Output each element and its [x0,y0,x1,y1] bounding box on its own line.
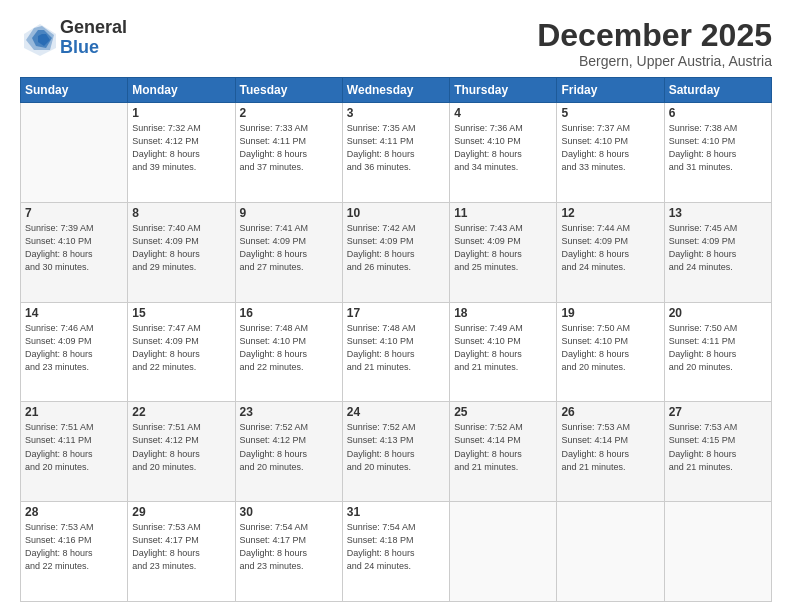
col-thursday: Thursday [450,78,557,103]
calendar-cell: 13Sunrise: 7:45 AM Sunset: 4:09 PM Dayli… [664,202,771,302]
col-tuesday: Tuesday [235,78,342,103]
day-number: 21 [25,405,123,419]
day-info: Sunrise: 7:48 AM Sunset: 4:10 PM Dayligh… [347,322,445,374]
day-info: Sunrise: 7:52 AM Sunset: 4:13 PM Dayligh… [347,421,445,473]
col-saturday: Saturday [664,78,771,103]
day-info: Sunrise: 7:51 AM Sunset: 4:11 PM Dayligh… [25,421,123,473]
logo-blue-text: Blue [60,38,127,58]
calendar-cell: 12Sunrise: 7:44 AM Sunset: 4:09 PM Dayli… [557,202,664,302]
calendar-header-row: Sunday Monday Tuesday Wednesday Thursday… [21,78,772,103]
calendar-cell: 5Sunrise: 7:37 AM Sunset: 4:10 PM Daylig… [557,103,664,203]
day-number: 19 [561,306,659,320]
day-number: 11 [454,206,552,220]
col-friday: Friday [557,78,664,103]
calendar-cell: 28Sunrise: 7:53 AM Sunset: 4:16 PM Dayli… [21,502,128,602]
day-info: Sunrise: 7:50 AM Sunset: 4:10 PM Dayligh… [561,322,659,374]
day-number: 10 [347,206,445,220]
calendar-cell: 23Sunrise: 7:52 AM Sunset: 4:12 PM Dayli… [235,402,342,502]
calendar-cell: 26Sunrise: 7:53 AM Sunset: 4:14 PM Dayli… [557,402,664,502]
day-number: 25 [454,405,552,419]
day-number: 4 [454,106,552,120]
day-info: Sunrise: 7:53 AM Sunset: 4:14 PM Dayligh… [561,421,659,473]
day-number: 14 [25,306,123,320]
calendar-cell: 20Sunrise: 7:50 AM Sunset: 4:11 PM Dayli… [664,302,771,402]
calendar-cell: 27Sunrise: 7:53 AM Sunset: 4:15 PM Dayli… [664,402,771,502]
day-number: 22 [132,405,230,419]
calendar-cell: 2Sunrise: 7:33 AM Sunset: 4:11 PM Daylig… [235,103,342,203]
day-info: Sunrise: 7:33 AM Sunset: 4:11 PM Dayligh… [240,122,338,174]
day-number: 23 [240,405,338,419]
day-info: Sunrise: 7:36 AM Sunset: 4:10 PM Dayligh… [454,122,552,174]
calendar-cell [557,502,664,602]
calendar-cell: 24Sunrise: 7:52 AM Sunset: 4:13 PM Dayli… [342,402,449,502]
day-info: Sunrise: 7:49 AM Sunset: 4:10 PM Dayligh… [454,322,552,374]
day-info: Sunrise: 7:53 AM Sunset: 4:15 PM Dayligh… [669,421,767,473]
day-number: 15 [132,306,230,320]
day-number: 5 [561,106,659,120]
day-info: Sunrise: 7:53 AM Sunset: 4:16 PM Dayligh… [25,521,123,573]
calendar-cell: 8Sunrise: 7:40 AM Sunset: 4:09 PM Daylig… [128,202,235,302]
calendar-cell: 1Sunrise: 7:32 AM Sunset: 4:12 PM Daylig… [128,103,235,203]
day-number: 3 [347,106,445,120]
calendar-cell [21,103,128,203]
title-block: December 2025 Bergern, Upper Austria, Au… [537,18,772,69]
day-number: 2 [240,106,338,120]
day-info: Sunrise: 7:39 AM Sunset: 4:10 PM Dayligh… [25,222,123,274]
day-info: Sunrise: 7:54 AM Sunset: 4:17 PM Dayligh… [240,521,338,573]
day-number: 27 [669,405,767,419]
day-info: Sunrise: 7:37 AM Sunset: 4:10 PM Dayligh… [561,122,659,174]
day-number: 6 [669,106,767,120]
day-number: 1 [132,106,230,120]
calendar-cell: 4Sunrise: 7:36 AM Sunset: 4:10 PM Daylig… [450,103,557,203]
calendar-cell: 21Sunrise: 7:51 AM Sunset: 4:11 PM Dayli… [21,402,128,502]
day-info: Sunrise: 7:52 AM Sunset: 4:14 PM Dayligh… [454,421,552,473]
day-info: Sunrise: 7:48 AM Sunset: 4:10 PM Dayligh… [240,322,338,374]
header: General Blue December 2025 Bergern, Uppe… [20,18,772,69]
day-info: Sunrise: 7:45 AM Sunset: 4:09 PM Dayligh… [669,222,767,274]
calendar-cell: 15Sunrise: 7:47 AM Sunset: 4:09 PM Dayli… [128,302,235,402]
day-number: 12 [561,206,659,220]
calendar-cell [664,502,771,602]
day-info: Sunrise: 7:43 AM Sunset: 4:09 PM Dayligh… [454,222,552,274]
logo-icon [20,20,56,56]
day-info: Sunrise: 7:50 AM Sunset: 4:11 PM Dayligh… [669,322,767,374]
day-number: 24 [347,405,445,419]
day-info: Sunrise: 7:54 AM Sunset: 4:18 PM Dayligh… [347,521,445,573]
col-monday: Monday [128,78,235,103]
page: General Blue December 2025 Bergern, Uppe… [0,0,792,612]
calendar-cell [450,502,557,602]
day-number: 29 [132,505,230,519]
col-sunday: Sunday [21,78,128,103]
day-number: 18 [454,306,552,320]
calendar-cell: 14Sunrise: 7:46 AM Sunset: 4:09 PM Dayli… [21,302,128,402]
col-wednesday: Wednesday [342,78,449,103]
calendar-cell: 6Sunrise: 7:38 AM Sunset: 4:10 PM Daylig… [664,103,771,203]
calendar-week-row: 14Sunrise: 7:46 AM Sunset: 4:09 PM Dayli… [21,302,772,402]
calendar-week-row: 28Sunrise: 7:53 AM Sunset: 4:16 PM Dayli… [21,502,772,602]
day-number: 20 [669,306,767,320]
day-number: 28 [25,505,123,519]
calendar-cell: 19Sunrise: 7:50 AM Sunset: 4:10 PM Dayli… [557,302,664,402]
day-number: 13 [669,206,767,220]
calendar-cell: 9Sunrise: 7:41 AM Sunset: 4:09 PM Daylig… [235,202,342,302]
day-number: 31 [347,505,445,519]
day-info: Sunrise: 7:51 AM Sunset: 4:12 PM Dayligh… [132,421,230,473]
calendar-cell: 10Sunrise: 7:42 AM Sunset: 4:09 PM Dayli… [342,202,449,302]
calendar-table: Sunday Monday Tuesday Wednesday Thursday… [20,77,772,602]
calendar-cell: 11Sunrise: 7:43 AM Sunset: 4:09 PM Dayli… [450,202,557,302]
day-info: Sunrise: 7:42 AM Sunset: 4:09 PM Dayligh… [347,222,445,274]
location-subtitle: Bergern, Upper Austria, Austria [537,53,772,69]
day-number: 17 [347,306,445,320]
day-info: Sunrise: 7:44 AM Sunset: 4:09 PM Dayligh… [561,222,659,274]
day-info: Sunrise: 7:40 AM Sunset: 4:09 PM Dayligh… [132,222,230,274]
day-info: Sunrise: 7:53 AM Sunset: 4:17 PM Dayligh… [132,521,230,573]
day-info: Sunrise: 7:32 AM Sunset: 4:12 PM Dayligh… [132,122,230,174]
day-info: Sunrise: 7:38 AM Sunset: 4:10 PM Dayligh… [669,122,767,174]
month-title: December 2025 [537,18,772,53]
calendar-cell: 7Sunrise: 7:39 AM Sunset: 4:10 PM Daylig… [21,202,128,302]
day-number: 7 [25,206,123,220]
calendar-cell: 22Sunrise: 7:51 AM Sunset: 4:12 PM Dayli… [128,402,235,502]
logo-general-text: General [60,18,127,38]
calendar-week-row: 1Sunrise: 7:32 AM Sunset: 4:12 PM Daylig… [21,103,772,203]
logo-text: General Blue [60,18,127,58]
